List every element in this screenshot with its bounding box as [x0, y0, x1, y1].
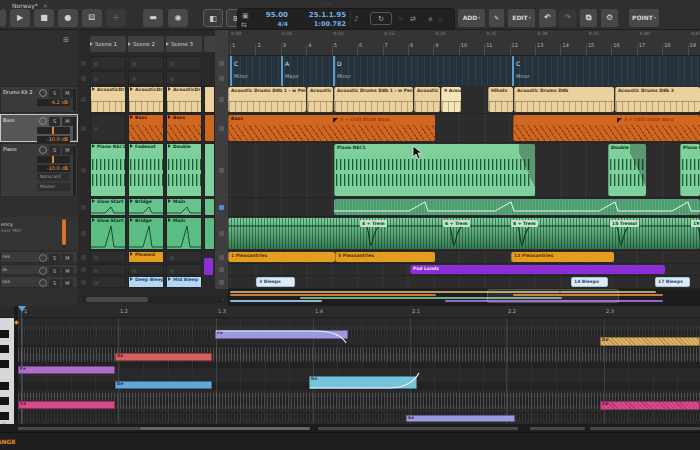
track-header[interactable]: Drums Kit 2SM-4.2 dB [0, 86, 78, 113]
stop-all-button[interactable] [219, 97, 224, 102]
launcher-clip-slot[interactable] [166, 251, 202, 263]
arranger-clip[interactable]: Piano REC1 [334, 144, 535, 196]
stop-button[interactable]: ■ [34, 9, 54, 27]
tab-close-icon[interactable]: × [43, 2, 48, 9]
stop-all-button[interactable] [219, 205, 224, 210]
stop-all-button[interactable] [219, 126, 224, 131]
overview-view-window[interactable] [487, 289, 619, 303]
launcher-clip-slot[interactable] [128, 56, 164, 70]
automation-clip-chip[interactable]: 19 [691, 220, 700, 227]
volume-fader[interactable] [37, 127, 70, 134]
fader-handle[interactable] [52, 127, 54, 134]
arranger-ruler[interactable]: 0:000:050:100:150:200:250:300:350:400:45… [228, 30, 700, 56]
launcher-clip[interactable]: Pleased [128, 251, 164, 263]
launcher-clip-slot[interactable] [90, 114, 126, 142]
tab-arrange[interactable]: ARRANGE [0, 438, 27, 447]
arranger-clip[interactable]: Acoustic D [307, 87, 333, 112]
scrollbar-thumb[interactable] [86, 297, 148, 302]
solo-button[interactable]: S [49, 254, 60, 263]
arranger-clip[interactable]: Acoustic Drums D8b [514, 87, 614, 112]
launcher-clip-slot[interactable] [166, 71, 202, 85]
track-stop-button[interactable] [81, 168, 86, 173]
launcher-clip[interactable]: Bridge [128, 198, 164, 216]
launcher-clip[interactable]: Main [166, 198, 202, 216]
launcher-clip[interactable]: Main [166, 217, 202, 250]
launcher-clip[interactable]: Mid Bleep [166, 276, 202, 288]
fader-handle[interactable] [52, 156, 54, 163]
launcher-clip[interactable]: Deep Bleep [128, 276, 164, 288]
scene-button[interactable]: Scene 1 [90, 36, 126, 52]
dice-button[interactable]: ⚄ [82, 9, 102, 27]
track-stop-button[interactable] [81, 126, 86, 131]
note-icon[interactable]: ♪ [354, 13, 358, 25]
track-stop-button[interactable] [81, 97, 86, 102]
arranger-clip[interactable]: Acoustic Drums D8b 1 - w Perc [228, 87, 306, 112]
launcher-clip[interactable]: Fadeout [128, 143, 164, 197]
launcher-clip-slot[interactable] [90, 71, 126, 85]
tempo-value[interactable]: 95.00 [254, 11, 288, 19]
midi-note[interactable]: A# [115, 353, 212, 361]
arranger-clip[interactable]: 14 Bleeps [571, 277, 608, 287]
stop-all-button[interactable] [219, 61, 224, 66]
launcher-clip-partial[interactable] [204, 258, 213, 275]
volume-fader[interactable] [37, 156, 70, 163]
launcher-clip-slot[interactable] [90, 251, 126, 263]
mute-button[interactable]: M [62, 267, 73, 276]
scrollbar-segment[interactable] [590, 427, 700, 430]
clip-start-marker-icon[interactable]: ◆ [14, 318, 19, 326]
track-header[interactable]: epsSM [0, 276, 78, 288]
duplicate-button[interactable]: ⧉ [580, 9, 597, 27]
add-track-button[interactable]: + [106, 9, 126, 27]
scrollbar-arrow-left[interactable]: ‹ [79, 296, 81, 303]
position-value[interactable]: 25.1.1.95 [294, 11, 346, 19]
launcher-scrollbar[interactable]: ‹› [78, 296, 228, 303]
loop-icon[interactable]: ↻ [370, 12, 392, 25]
midi-note[interactable]: D# [600, 337, 700, 346]
track-stop-button[interactable] [81, 280, 86, 285]
arranger-clip[interactable]: 12 Pleasantries [511, 252, 614, 262]
solo-button[interactable]: S [49, 89, 60, 98]
arranger-clip[interactable]: Bass3 + Chill State Bass [228, 115, 435, 141]
arranger-clip[interactable]: Hihats [488, 87, 513, 112]
record-arm-button[interactable] [39, 254, 47, 262]
stop-all-button[interactable] [219, 280, 224, 285]
play-button[interactable]: ▶ [10, 9, 30, 27]
launcher-clip[interactable]: AcousticDr [166, 86, 202, 113]
track-header[interactable]: PianoSM-10.0 dBNotecardMaster [0, 143, 78, 197]
wave-icon[interactable]: ∿ [398, 13, 404, 25]
scene-button-partial[interactable] [204, 36, 215, 52]
launcher-clip[interactable]: Piano REC1 [90, 143, 126, 197]
edit-button[interactable]: EDIT▾ [508, 9, 535, 27]
black-key[interactable] [0, 382, 9, 390]
stop-all-button[interactable] [219, 255, 224, 260]
arranger-clip[interactable]: Piano RE [680, 144, 700, 196]
output-route-selector[interactable]: Master [37, 183, 70, 191]
groove-button[interactable]: ◉ [168, 9, 188, 27]
lane-scrollbar-thumb[interactable] [62, 219, 66, 245]
editor-scrollbar[interactable] [0, 424, 700, 432]
mute-button[interactable]: M [62, 254, 73, 263]
arranger-clip[interactable]: Double [608, 144, 646, 196]
automation-clip-chip[interactable]: 6 + Trem [443, 220, 470, 227]
arranger-clip[interactable]: 9 Acoustic [441, 87, 461, 112]
record-arm-button[interactable] [39, 89, 47, 97]
scrollbar-arrow-right[interactable]: › [222, 296, 224, 303]
launcher-clip-slot[interactable] [90, 56, 126, 70]
launcher-grid-icon[interactable]: ⊞ [63, 36, 69, 44]
launcher-clip-slot[interactable] [128, 71, 164, 85]
launcher-clip[interactable]: Slow Start [90, 217, 126, 250]
launcher-clip-partial[interactable] [204, 114, 215, 142]
midi-note[interactable]: D# [115, 381, 212, 389]
launcher-clip[interactable]: AcousticDr [90, 86, 126, 113]
key-marker[interactable] [333, 56, 335, 86]
track-stop-button[interactable] [81, 231, 86, 236]
layout-arrange-button[interactable]: ◧ [203, 9, 223, 27]
automation-lane-header[interactable]: encyover MID [0, 217, 78, 250]
mute-button[interactable]: M [62, 89, 73, 98]
launcher-clip[interactable]: Slow Start [90, 198, 126, 216]
transport-display[interactable]: 95.00 4/4 25.1.1.95 1:00.782 ▣⇆♪↻∿⇄▪▫ [237, 8, 455, 30]
mute-button[interactable]: M [62, 279, 73, 288]
arranger-clip[interactable]: Acoustic Drums D8b 1 - w Perc [334, 87, 413, 112]
automation-clip-chip[interactable]: 15 Tremol [610, 220, 639, 227]
launcher-clip-partial[interactable] [204, 143, 215, 197]
